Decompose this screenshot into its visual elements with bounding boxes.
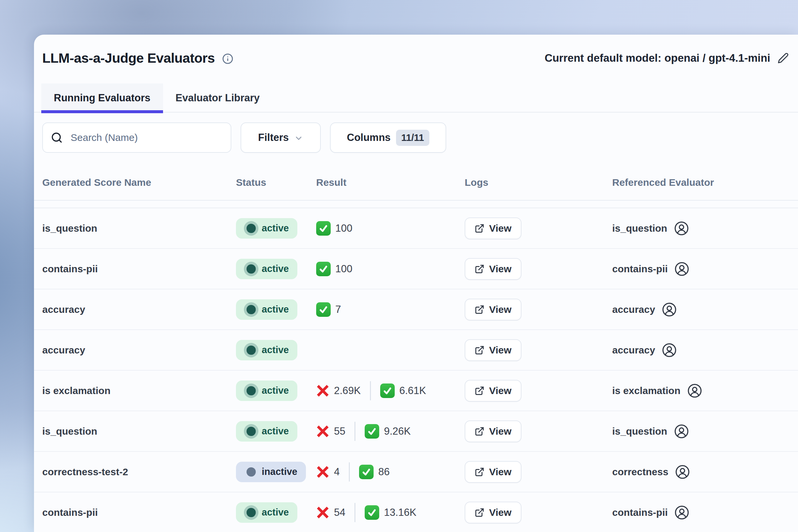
view-logs-button[interactable]: View [465,420,521,442]
table-row[interactable]: correctness-test-2 inactive 4 86 [34,452,798,492]
column-header-status[interactable]: Status [236,177,316,200]
check-mark-icon [365,505,379,520]
column-header-generated-score-name[interactable]: Generated Score Name [42,177,236,200]
fail-result: 54 [316,506,345,519]
columns-count-badge: 11/11 [396,130,429,146]
view-logs-button[interactable]: View [465,461,521,483]
pass-count: 9.26K [384,425,411,437]
status-label: active [262,304,289,315]
table-row[interactable]: is_question active 55 9.26K [34,411,798,452]
referenced-evaluator-name: correctness [612,466,668,478]
view-logs-button[interactable]: View [465,502,521,524]
result-divider [355,503,356,522]
external-link-icon [475,426,484,436]
search-input[interactable] [70,132,223,144]
status-badge: active [236,299,297,320]
pass-count: 7 [335,304,341,316]
panel-header: LLM-as-a-Judge Evaluators Current defaul… [34,35,798,78]
fail-count: 4 [334,466,340,478]
pass-result: 9.26K [365,424,411,439]
filters-button[interactable]: Filters [241,122,321,153]
status-dot-icon [247,264,256,273]
view-logs-button[interactable]: View [465,299,521,320]
score-name: contains-pii [42,263,98,274]
screen: LLM-as-a-Judge Evaluators Current defaul… [0,0,798,532]
view-logs-button[interactable]: View [465,380,521,402]
status-badge: active [236,218,297,239]
edit-pencil-icon[interactable] [778,53,789,64]
column-header-referenced-evaluator[interactable]: Referenced Evaluator [612,177,798,200]
check-mark-icon [316,302,331,317]
page-title: LLM-as-a-Judge Evaluators [42,51,215,66]
pass-count: 100 [335,263,353,275]
status-dot-icon [247,467,256,477]
status-badge: active [236,340,297,360]
search-box[interactable] [42,122,231,153]
cross-mark-icon [316,466,329,478]
table-row[interactable]: accuracy active 7 View [34,289,798,330]
fail-count: 54 [334,507,345,518]
table-row[interactable]: is exclamation active 2.69K 6.61K [34,370,798,411]
table-row[interactable]: is_question active 100 Vi [34,208,798,249]
cross-mark-icon [316,506,329,519]
status-badge: active [236,381,297,401]
status-dot-icon [247,508,256,517]
status-badge: active [236,502,297,523]
user-circle-icon [662,343,677,358]
user-circle-icon [662,302,677,317]
user-circle-icon [675,464,690,479]
pass-result: 7 [316,302,341,317]
view-logs-label: View [489,385,512,396]
pass-result: 100 [316,262,353,276]
tab-running-evaluators[interactable]: Running Evaluators [41,83,163,113]
search-icon [51,132,63,144]
chevron-down-icon [294,134,303,143]
cross-mark-icon [316,384,329,397]
pass-count: 13.16K [384,507,416,518]
external-link-icon [475,264,484,274]
referenced-evaluator-name: accuracy [612,304,655,315]
table-row[interactable]: accuracy active View [34,330,798,370]
status-label: inactive [262,466,297,477]
table-body: is_question active 100 Vi [34,208,798,532]
table-header: Generated Score Name Status Result Logs … [34,153,798,201]
pass-count: 100 [335,223,353,234]
view-logs-button[interactable]: View [465,217,521,239]
view-logs-label: View [489,345,512,356]
result-divider [370,381,371,400]
tab-bar: Running Evaluators Evaluator Library [34,83,798,113]
columns-button[interactable]: Columns 11/11 [330,122,446,153]
status-label: active [262,507,289,518]
info-icon[interactable] [222,53,233,64]
table-row[interactable]: contains-pii active 100 V [34,249,798,289]
status-label: active [262,345,289,356]
fail-count: 55 [334,425,345,437]
status-label: active [262,223,289,234]
pass-result: 13.16K [365,505,416,520]
status-label: active [262,385,289,396]
view-logs-button[interactable]: View [465,258,521,280]
filters-button-label: Filters [258,132,289,144]
status-badge: inactive [236,462,306,482]
default-model: Current default model: openai / gpt-4.1-… [545,52,789,64]
external-link-icon [475,508,484,517]
view-logs-button[interactable]: View [465,339,521,361]
external-link-icon [475,224,484,233]
pass-count: 86 [378,466,390,478]
fail-result: 55 [316,425,345,438]
tab-evaluator-library[interactable]: Evaluator Library [163,83,272,113]
pass-result: 86 [359,465,390,479]
view-logs-label: View [489,426,512,437]
status-label: active [262,263,289,274]
user-circle-icon [674,261,689,277]
score-name: accuracy [42,304,85,315]
columns-button-label: Columns [347,132,391,144]
column-header-result[interactable]: Result [316,177,465,200]
check-mark-icon [316,262,331,276]
column-header-logs[interactable]: Logs [465,177,612,200]
cross-mark-icon [316,425,329,438]
table-row[interactable]: contains-pii active 54 13.16K [34,492,798,532]
view-logs-label: View [489,466,512,478]
tab-running-evaluators-label: Running Evaluators [54,92,151,104]
score-name: is_question [42,223,97,234]
